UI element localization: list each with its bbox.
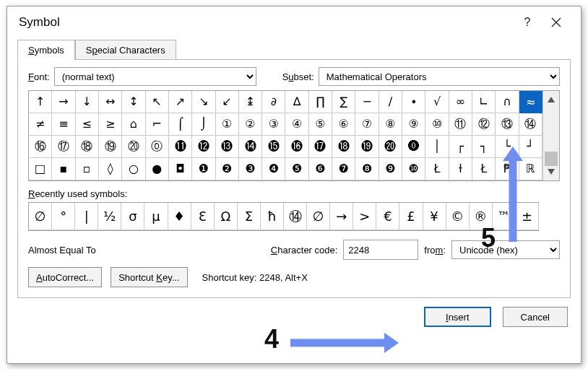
symbol-cell[interactable]: ⑯ (29, 136, 52, 158)
symbol-cell[interactable]: ∂ (262, 91, 285, 113)
recent-symbol-cell[interactable]: μ (144, 203, 168, 230)
symbol-cell[interactable]: ⑧ (379, 113, 402, 136)
symbol-cell[interactable]: − (355, 91, 379, 113)
symbol-cell[interactable]: ∙ (402, 91, 425, 113)
symbol-cell[interactable]: ① (216, 113, 239, 136)
scroll-up[interactable] (543, 91, 559, 108)
symbol-cell[interactable]: ↕ (122, 91, 145, 113)
symbol-cell[interactable]: │ (425, 136, 449, 158)
symbol-cell[interactable]: ≠ (29, 113, 52, 136)
symbol-cell[interactable]: ↘ (192, 91, 215, 113)
symbol-cell[interactable]: ≤ (76, 113, 99, 136)
symbol-cell[interactable]: ❶ (192, 158, 215, 180)
symbol-cell[interactable]: ⓲ (332, 136, 355, 158)
symbol-cell[interactable]: ❼ (332, 158, 355, 180)
close-button[interactable] (542, 14, 571, 31)
recent-symbol-cell[interactable]: > (353, 203, 376, 230)
symbol-cell[interactable]: ❿ (402, 158, 425, 180)
symbol-cell[interactable]: ∆ (285, 91, 308, 113)
symbol-cell[interactable]: ⓴ (379, 136, 402, 158)
grid-scrollbar[interactable] (542, 91, 559, 180)
symbol-cell[interactable]: ⑬ (496, 113, 519, 136)
symbol-cell[interactable]: ⓱ (309, 136, 332, 158)
scroll-thumb[interactable] (545, 152, 558, 166)
symbol-cell[interactable]: ▪ (52, 158, 75, 180)
symbol-cell[interactable]: ∑ (332, 91, 355, 113)
symbol-cell[interactable]: ⓰ (285, 136, 308, 158)
symbol-cell[interactable]: ⓿ (402, 136, 425, 158)
symbol-cell[interactable]: → (52, 91, 75, 113)
scroll-track[interactable] (543, 108, 559, 163)
insert-button[interactable]: Insert (424, 307, 491, 327)
symbol-cell[interactable]: ⑪ (449, 113, 472, 136)
tab-symbols[interactable]: Symbols (17, 40, 75, 60)
symbol-cell[interactable]: ⌐ (146, 113, 169, 136)
symbol-cell[interactable]: ∕ (379, 91, 402, 113)
symbol-cell[interactable]: ┘ (519, 136, 542, 158)
symbol-cell[interactable]: ↔ (99, 91, 122, 113)
recent-symbol-cell[interactable]: ° (52, 203, 75, 230)
symbol-cell[interactable]: ⑱ (76, 136, 99, 158)
symbol-cell[interactable]: ⑫ (472, 113, 496, 136)
recent-symbol-cell[interactable]: ¥ (423, 203, 446, 230)
symbol-cell[interactable]: ❺ (285, 158, 308, 180)
autocorrect-button[interactable]: AutoCorrect... (28, 267, 102, 287)
symbol-cell[interactable]: ↨ (239, 91, 262, 113)
symbol-cell[interactable]: ⑲ (99, 136, 122, 158)
recent-symbol-cell[interactable]: ® (470, 203, 493, 230)
symbol-cell[interactable]: └ (496, 136, 519, 158)
recent-symbol-cell[interactable]: ⑭ (284, 203, 307, 230)
recent-symbol-cell[interactable]: ħ (261, 203, 284, 230)
symbol-cell[interactable]: ⓫ (169, 136, 192, 158)
symbol-cell[interactable]: ┐ (472, 136, 496, 158)
recent-symbol-cell[interactable]: © (446, 203, 470, 230)
symbol-cell[interactable]: ⑥ (332, 113, 355, 136)
symbol-cell[interactable]: ❷ (216, 158, 239, 180)
symbol-cell[interactable]: ⑩ (425, 113, 449, 136)
tab-special-characters[interactable]: Special Characters (75, 40, 176, 60)
recent-symbol-cell[interactable]: € (376, 203, 399, 230)
recent-symbol-cell[interactable]: ½ (98, 203, 121, 230)
symbol-cell[interactable]: ⑦ (355, 113, 379, 136)
symbol-cell[interactable]: ❾ (379, 158, 402, 180)
symbol-cell[interactable]: ┌ (449, 136, 472, 158)
symbol-cell[interactable]: ⓮ (239, 136, 262, 158)
recent-symbol-cell[interactable]: ± (516, 203, 539, 230)
symbol-cell[interactable]: ₱ (496, 158, 519, 180)
symbol-cell[interactable]: ⓪ (146, 136, 169, 158)
recent-symbol-cell[interactable]: ∅ (307, 203, 330, 230)
symbol-cell[interactable]: ● (146, 158, 169, 180)
symbol-cell[interactable]: ≥ (99, 113, 122, 136)
from-select[interactable]: Unicode (hex) (451, 240, 560, 259)
symbol-cell[interactable]: ⌂ (122, 113, 145, 136)
recent-symbol-cell[interactable]: ♦ (168, 203, 191, 230)
cancel-button[interactable]: Cancel (503, 307, 568, 327)
recent-symbol-cell[interactable]: → (330, 203, 353, 230)
symbol-cell[interactable]: □ (29, 158, 52, 180)
charcode-input[interactable] (343, 240, 418, 260)
symbol-cell[interactable]: ❽ (355, 158, 379, 180)
symbol-cell[interactable]: ⑤ (309, 113, 332, 136)
symbol-cell[interactable]: ⑭ (519, 113, 542, 136)
symbol-cell[interactable]: ⌡ (192, 113, 215, 136)
symbol-cell[interactable]: ≈ (519, 91, 542, 113)
symbol-cell[interactable]: ④ (285, 113, 308, 136)
symbol-cell[interactable]: ∟ (472, 91, 496, 113)
symbol-cell[interactable]: ⑳ (122, 136, 145, 158)
symbol-cell[interactable]: ⌠ (169, 113, 192, 136)
subset-select[interactable]: Mathematical Operators (319, 67, 560, 86)
shortcut-key-button[interactable]: Shortcut Key... (111, 267, 187, 287)
symbol-cell[interactable]: ⓳ (355, 136, 379, 158)
recent-symbol-cell[interactable]: ™ (493, 203, 516, 230)
symbol-cell[interactable]: √ (425, 91, 449, 113)
symbol-cell[interactable]: ◘ (169, 158, 192, 180)
symbol-cell[interactable]: ③ (262, 113, 285, 136)
symbol-cell[interactable]: ∩ (496, 91, 519, 113)
symbol-cell[interactable]: ◊ (99, 158, 122, 180)
recent-symbol-cell[interactable]: Ɛ (191, 203, 215, 230)
symbol-cell[interactable]: Ł (425, 158, 449, 180)
symbol-cell[interactable]: ⑰ (52, 136, 75, 158)
recent-symbol-cell[interactable]: £ (399, 203, 423, 230)
symbol-cell[interactable]: ↓ (76, 91, 99, 113)
symbol-cell[interactable]: ≡ (52, 113, 75, 136)
